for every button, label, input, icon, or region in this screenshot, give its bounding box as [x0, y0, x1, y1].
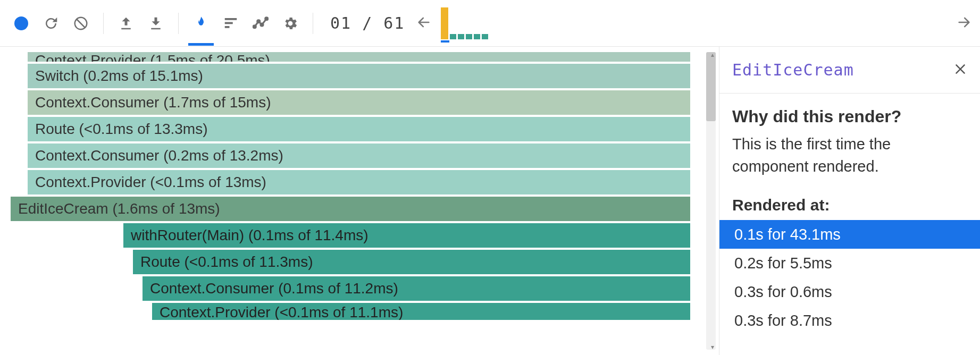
toolbar-separator — [313, 13, 313, 34]
flame-row-label: Switch (0.2ms of 15.1ms) — [35, 67, 203, 84]
scroll-up-icon[interactable]: ▴ — [711, 51, 714, 58]
commit-bar[interactable] — [450, 34, 456, 39]
commit-next[interactable] — [957, 15, 971, 32]
record-button[interactable] — [9, 11, 34, 36]
render-list: 0.1s for 43.1ms0.2s for 5.5ms0.3s for 0.… — [719, 220, 980, 335]
flamegraph-rows: Context.Provider (1.5ms of 20.5ms)Switch… — [11, 52, 690, 320]
flame-row[interactable]: Route (<0.1ms of 11.3ms) — [133, 250, 690, 274]
ranked-icon — [223, 15, 239, 31]
commit-separator: / — [362, 14, 373, 32]
flame-row-label: Context.Consumer (1.7ms of 15ms) — [35, 94, 271, 111]
why-render-body: This is the first time the component ren… — [732, 133, 967, 178]
flame-row[interactable]: Context.Consumer (0.2ms of 13.2ms) — [28, 143, 690, 168]
svg-point-3 — [265, 17, 268, 20]
svg-point-1 — [257, 20, 260, 22]
flame-row[interactable]: Context.Provider (<0.1ms of 11.1ms) — [152, 303, 690, 320]
commit-bar[interactable] — [441, 7, 448, 39]
flamegraph-panel: Context.Provider (1.5ms of 20.5ms)Switch… — [0, 47, 719, 355]
render-list-item[interactable]: 0.3s for 0.6ms — [719, 277, 980, 306]
flame-row-label: EditIceCream (1.6ms of 13ms) — [18, 200, 220, 217]
commit-bar[interactable] — [458, 34, 464, 39]
commit-total: 61 — [383, 14, 405, 32]
render-list-item[interactable]: 0.1s for 43.1ms — [719, 220, 980, 249]
toolbar-separator — [103, 13, 104, 34]
render-list-item[interactable]: 0.2s for 5.5ms — [719, 249, 980, 277]
flame-row-label: Context.Consumer (0.2ms of 13.2ms) — [35, 147, 283, 164]
render-list-item[interactable]: 0.3s for 8.7ms — [719, 306, 980, 335]
commit-bar[interactable] — [474, 34, 480, 39]
commit-prev[interactable] — [416, 15, 431, 32]
sidebar-body: Why did this render? This is the first t… — [719, 94, 980, 345]
export-button[interactable] — [143, 11, 169, 36]
commit-counter: 01 / 61 — [323, 14, 412, 32]
svg-point-0 — [253, 25, 256, 28]
flamegraph-scrollbar[interactable]: ▴ ▾ — [705, 52, 716, 350]
flame-row-label: Context.Consumer (0.1ms of 11.2ms) — [150, 280, 398, 297]
commit-current: 01 — [330, 14, 351, 32]
upload-icon — [118, 15, 134, 31]
flamegraph-tab[interactable] — [188, 11, 214, 36]
download-icon — [148, 15, 164, 31]
flame-row-label: withRouter(Main) (0.1ms of 11.4ms) — [131, 227, 368, 244]
ranked-tab[interactable] — [218, 11, 244, 36]
arrow-right-icon — [957, 15, 971, 30]
scroll-down-icon[interactable]: ▾ — [711, 343, 714, 351]
details-sidebar: EditIceCream Why did this render? This i… — [719, 47, 980, 355]
commit-nav — [416, 4, 971, 43]
commit-bar-chart[interactable] — [441, 4, 947, 43]
flame-row-label: Route (<0.1ms of 13.3ms) — [35, 121, 207, 138]
scrollbar-thumb[interactable] — [706, 52, 716, 121]
why-render-heading: Why did this render? — [732, 104, 967, 129]
clear-button[interactable] — [68, 11, 94, 36]
flame-row[interactable]: withRouter(Main) (0.1ms of 11.4ms) — [123, 223, 690, 248]
flame-row[interactable]: Switch (0.2ms of 15.1ms) — [28, 64, 690, 88]
ban-icon — [73, 15, 89, 31]
selected-component-name: EditIceCream — [732, 61, 854, 79]
commit-bar[interactable] — [482, 34, 488, 39]
close-sidebar-button[interactable] — [953, 62, 967, 78]
flame-row-label: Context.Provider (1.5ms of 20.5ms) — [35, 52, 270, 62]
close-icon — [953, 62, 967, 76]
flame-row[interactable]: Context.Consumer (1.7ms of 15ms) — [28, 90, 690, 115]
gear-icon — [282, 15, 298, 31]
flame-row[interactable]: Context.Consumer (0.1ms of 11.2ms) — [143, 276, 690, 301]
flame-row-label: Context.Provider (<0.1ms of 11.1ms) — [160, 304, 403, 320]
toolbar-separator — [178, 13, 179, 34]
rendered-at-heading: Rendered at: — [732, 193, 967, 217]
flame-row[interactable]: Context.Provider (<0.1ms of 13ms) — [28, 170, 690, 195]
flame-row[interactable]: Context.Provider (1.5ms of 20.5ms) — [28, 52, 690, 62]
timeline-icon — [253, 15, 269, 31]
commit-selection-indicator — [441, 40, 449, 43]
flame-row[interactable]: Route (<0.1ms of 13.3ms) — [28, 117, 690, 141]
main-split: Context.Provider (1.5ms of 20.5ms)Switch… — [0, 47, 980, 355]
profiler-toolbar: 01 / 61 — [0, 0, 980, 47]
flame-row-label: Context.Provider (<0.1ms of 13ms) — [35, 174, 266, 191]
interactions-tab[interactable] — [248, 11, 273, 36]
arrow-left-icon — [416, 15, 431, 30]
sidebar-header: EditIceCream — [719, 47, 980, 94]
svg-point-2 — [261, 23, 263, 26]
import-button[interactable] — [113, 11, 139, 36]
commit-bar[interactable] — [466, 34, 472, 39]
record-icon — [14, 16, 28, 30]
flame-row-label: Route (<0.1ms of 11.3ms) — [140, 253, 313, 271]
flame-row-selected[interactable]: EditIceCream (1.6ms of 13ms) — [11, 197, 690, 221]
flame-icon — [193, 15, 209, 31]
reload-button[interactable] — [38, 11, 64, 36]
reload-icon — [43, 15, 59, 31]
settings-button[interactable] — [278, 11, 303, 36]
